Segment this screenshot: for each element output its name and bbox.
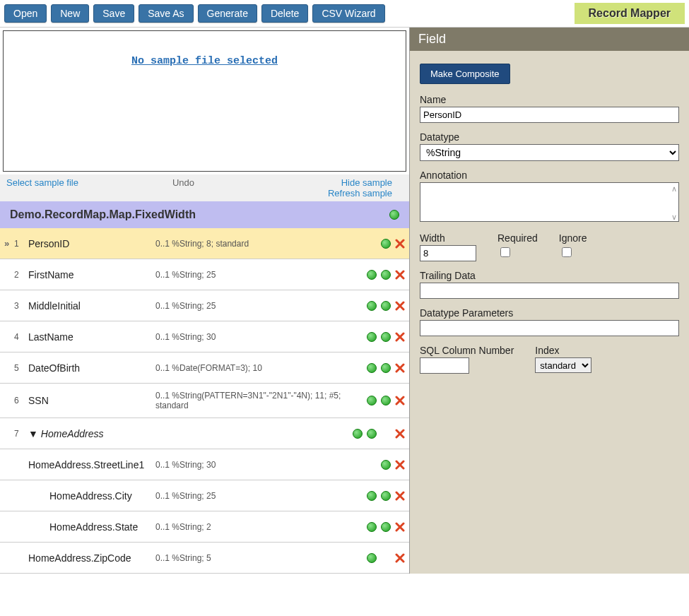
add-icon[interactable] — [381, 332, 391, 342]
field-name: ▼HomeAddress — [28, 428, 155, 439]
add-icon[interactable] — [367, 363, 377, 373]
delete-button[interactable]: Delete — [261, 4, 308, 23]
add-field-icon[interactable] — [389, 210, 399, 220]
generate-button[interactable]: Generate — [198, 4, 257, 23]
add-icon[interactable] — [381, 396, 391, 405]
field-name: HomeAddress.State — [28, 521, 155, 533]
field-detail: 0..1 %String; 25 — [155, 491, 348, 501]
no-sample-link[interactable]: No sample file selected — [131, 55, 278, 171]
csv-wizard-button[interactable]: CSV Wizard — [312, 4, 384, 23]
undo-link[interactable]: Undo — [172, 177, 194, 188]
add-icon[interactable] — [353, 429, 363, 439]
field-name: HomeAddress.ZipCode — [28, 552, 155, 564]
width-field[interactable] — [420, 245, 476, 261]
add-icon[interactable] — [367, 396, 377, 405]
field-detail: 0..1 %String; 25 — [155, 270, 348, 280]
add-icon[interactable] — [367, 553, 377, 563]
add-icon[interactable] — [381, 270, 391, 280]
trailing-label: Trailing Data — [420, 270, 679, 281]
table-row[interactable]: 4LastName0..1 %String; 30 — [0, 321, 409, 353]
scroll-down-icon[interactable]: ∨ — [671, 213, 677, 221]
delete-icon[interactable] — [395, 491, 405, 501]
field-detail: 0..1 %String; 8; standard — [155, 239, 348, 249]
delete-icon[interactable] — [395, 332, 405, 342]
delete-icon[interactable] — [395, 553, 405, 563]
make-composite-button[interactable]: Make Composite — [420, 64, 510, 84]
save-button[interactable]: Save — [93, 4, 134, 23]
table-row[interactable]: 6SSN0..1 %String(PATTERN=3N1"-"2N1"-"4N)… — [0, 384, 409, 418]
dtparams-label: Datatype Parameters — [420, 307, 679, 319]
delete-icon[interactable] — [395, 239, 405, 249]
table-row[interactable]: HomeAddress.StreetLine10..1 %String; 30 — [0, 449, 409, 480]
annotation-label: Annotation — [420, 170, 679, 181]
table-row[interactable]: 5DateOfBirth0..1 %Date(FORMAT=3); 10 — [0, 353, 409, 384]
refresh-sample-link[interactable]: Refresh sample — [328, 188, 392, 199]
ignore-label: Ignore — [559, 232, 587, 244]
table-row[interactable]: HomeAddress.City0..1 %String; 25 — [0, 480, 409, 511]
delete-icon[interactable] — [395, 301, 405, 311]
scroll-up-icon[interactable]: ∧ — [671, 185, 677, 193]
table-row[interactable]: HomeAddress.ZipCode0..1 %String; 5 — [0, 543, 409, 574]
add-icon[interactable] — [367, 301, 377, 311]
add-icon[interactable] — [367, 522, 377, 532]
delete-icon[interactable] — [395, 460, 405, 470]
field-detail: 0..1 %String; 2 — [155, 522, 348, 532]
trailing-field[interactable] — [420, 283, 679, 299]
field-name: FirstName — [28, 269, 155, 280]
add-icon[interactable] — [381, 239, 391, 249]
table-row[interactable]: 3MiddleInitial0..1 %String; 25 — [0, 290, 409, 321]
field-name: LastName — [28, 331, 155, 343]
field-list: »1PersonID0..1 %String; 8; standard2Firs… — [0, 228, 409, 574]
delete-icon[interactable] — [395, 429, 405, 439]
sample-actions: Select sample file Undo Hide sample Refr… — [0, 174, 409, 201]
field-detail: 0..1 %String; 30 — [155, 332, 348, 342]
add-icon[interactable] — [381, 522, 391, 532]
delete-icon[interactable] — [395, 363, 405, 373]
field-detail: 0..1 %String; 25 — [155, 301, 348, 311]
collapse-arrow-icon[interactable]: ▼ — [28, 428, 38, 439]
field-name: MiddleInitial — [28, 300, 155, 312]
datatype-select[interactable]: %String — [420, 144, 679, 161]
map-title: Demo.RecordMap.Map.FixedWidth — [10, 208, 196, 221]
dtparams-field[interactable] — [420, 320, 679, 336]
delete-icon[interactable] — [395, 522, 405, 532]
map-header: Demo.RecordMap.Map.FixedWidth — [0, 201, 409, 228]
field-name: HomeAddress.City — [28, 490, 155, 502]
required-checkbox[interactable] — [500, 247, 510, 257]
field-detail: 0..1 %String; 30 — [155, 460, 348, 470]
required-label: Required — [497, 232, 538, 244]
table-row[interactable]: »1PersonID0..1 %String; 8; standard — [0, 228, 409, 259]
add-icon[interactable] — [381, 301, 391, 311]
new-button[interactable]: New — [51, 4, 89, 23]
panel-header: Field — [410, 28, 689, 51]
toolbar: Open New Save Save As Generate Delete CS… — [0, 0, 689, 28]
delete-icon[interactable] — [395, 270, 405, 280]
field-detail: 0..1 %String(PATTERN=3N1"-"2N1"-"4N); 11… — [155, 391, 348, 410]
hide-sample-link[interactable]: Hide sample — [341, 177, 392, 188]
width-label: Width — [420, 232, 476, 244]
table-row[interactable]: HomeAddress.State0..1 %String; 2 — [0, 511, 409, 543]
name-field[interactable] — [420, 107, 679, 123]
save-as-button[interactable]: Save As — [139, 4, 193, 23]
field-name: SSN — [28, 395, 155, 406]
table-row[interactable]: 7▼HomeAddress — [0, 418, 409, 449]
add-icon[interactable] — [367, 332, 377, 342]
add-icon[interactable] — [381, 363, 391, 373]
name-label: Name — [420, 94, 679, 105]
select-sample-link[interactable]: Select sample file — [6, 177, 78, 188]
add-icon[interactable] — [367, 270, 377, 280]
delete-icon[interactable] — [395, 396, 405, 405]
ignore-checkbox[interactable] — [562, 247, 572, 257]
add-icon[interactable] — [381, 491, 391, 501]
sample-file-box: No sample file selected — [3, 30, 406, 172]
field-name: HomeAddress.StreetLine1 — [28, 459, 155, 470]
open-button[interactable]: Open — [4, 4, 47, 23]
annotation-field[interactable] — [420, 182, 679, 222]
app-title: Record Mapper — [575, 3, 685, 24]
index-select[interactable]: standard — [535, 357, 591, 373]
sqlcol-field[interactable] — [420, 357, 469, 374]
table-row[interactable]: 2FirstName0..1 %String; 25 — [0, 259, 409, 290]
add-icon[interactable] — [367, 491, 377, 501]
add-icon[interactable] — [367, 429, 377, 439]
add-icon[interactable] — [381, 460, 391, 470]
